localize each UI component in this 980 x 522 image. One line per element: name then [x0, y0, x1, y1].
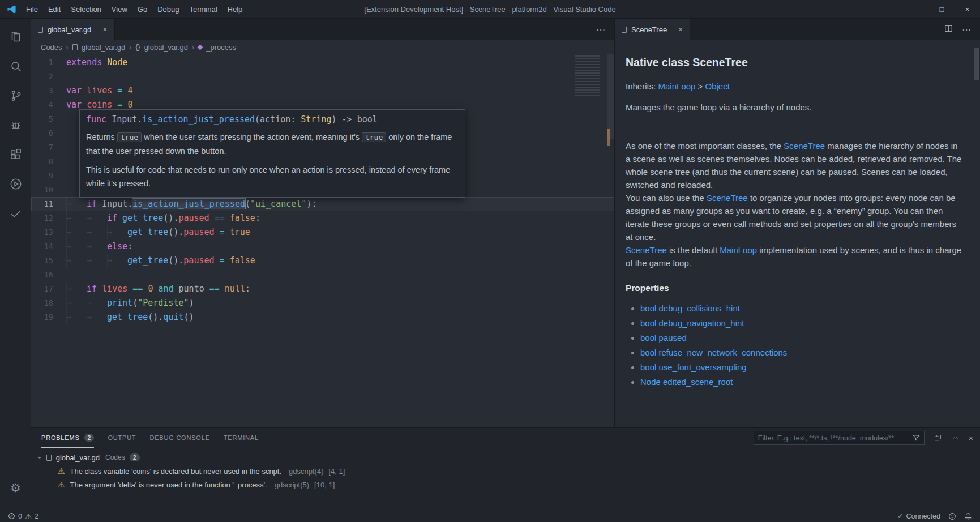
property-link[interactable]: bool paused: [640, 333, 687, 343]
property-link[interactable]: bool debug_navigation_hint: [640, 318, 744, 328]
breadcrumb-file[interactable]: global_var.gd: [82, 43, 125, 52]
menu-edit[interactable]: Edit: [43, 0, 66, 19]
panel-tab-terminal[interactable]: TERMINAL: [224, 428, 259, 448]
code-line-15[interactable]: 15→→→get_tree().paused = false: [31, 254, 614, 268]
code-line-12[interactable]: 12→→if get_tree().paused == false:: [31, 211, 614, 225]
code-token: false: [230, 255, 255, 266]
maximize-button[interactable]: □: [929, 0, 955, 18]
doc-title: Native class SceneTree: [626, 56, 964, 69]
line-content: →→if get_tree().paused == false:: [66, 211, 614, 225]
property-link[interactable]: bool use_font_oversampling: [640, 362, 747, 372]
search-icon[interactable]: [0, 52, 31, 81]
doc-link[interactable]: Object: [705, 82, 730, 91]
tests-check-icon[interactable]: [0, 199, 31, 228]
property-link[interactable]: bool refuse_new_network_connections: [640, 348, 787, 357]
more-actions-icon[interactable]: ⋯: [962, 24, 971, 35]
code-line-19[interactable]: 19→→get_tree().quit(): [31, 310, 614, 324]
line-number: 19: [31, 310, 66, 324]
code-line-2[interactable]: 2: [31, 70, 614, 84]
tab-scenetree[interactable]: SceneTree ×: [615, 19, 690, 40]
editor-scrollbar[interactable]: [607, 54, 614, 139]
doc-link[interactable]: MainLoop: [658, 82, 696, 91]
code-line-3[interactable]: 3var lives = 4: [31, 84, 614, 98]
menu-go[interactable]: Go: [132, 0, 152, 19]
play-circle-icon[interactable]: [0, 169, 31, 199]
doc-link[interactable]: MainLoop: [720, 245, 757, 255]
menu-terminal[interactable]: Terminal: [184, 0, 222, 19]
panel-tab-output[interactable]: OUTPUT: [108, 428, 136, 448]
settings-gear-icon[interactable]: ⚙: [0, 473, 31, 503]
feedback-smiley-icon[interactable]: [948, 512, 956, 520]
run-debug-icon[interactable]: [0, 110, 31, 140]
open-in-editor-icon[interactable]: [934, 434, 942, 442]
code-token: [97, 199, 102, 209]
more-actions-icon[interactable]: ⋯: [596, 24, 605, 35]
tab-global-var-gd[interactable]: global_var.gd ×: [31, 19, 115, 40]
doc-link[interactable]: SceneTree: [626, 245, 667, 255]
code-line-16[interactable]: 16: [31, 268, 614, 282]
breadcrumb-method[interactable]: _process: [206, 43, 236, 52]
problems-indicator[interactable]: 0 ⚠ 2: [8, 512, 38, 521]
code-token: quit: [163, 312, 183, 322]
code-line-11[interactable]: 11→if Input.is_action_just_pressed("ui_c…: [31, 197, 614, 211]
code-token: :: [311, 199, 316, 209]
code-token: paused: [183, 227, 214, 237]
code-token: 0: [127, 100, 132, 110]
doc-link[interactable]: SceneTree: [707, 193, 748, 203]
property-link[interactable]: bool debug_collisions_hint: [640, 303, 740, 313]
code-line-18[interactable]: 18→→print("Perdiste"): [31, 296, 614, 310]
bottom-panel: PROBLEMS2OUTPUTDEBUG CONSOLETERMINAL: [31, 427, 980, 510]
code-line-1[interactable]: 1extends Node: [31, 55, 614, 70]
explorer-icon[interactable]: [0, 22, 31, 52]
code-line-14[interactable]: 14→→else:: [31, 239, 614, 254]
panel-tab-debug-console[interactable]: DEBUG CONSOLE: [149, 428, 209, 448]
filter-input[interactable]: [758, 434, 909, 442]
docs-scrollbar[interactable]: [974, 48, 979, 80]
minimize-button[interactable]: –: [904, 0, 929, 18]
code-token: :: [127, 241, 132, 251]
menu-file[interactable]: File: [21, 0, 43, 19]
code-token: =: [117, 100, 122, 110]
code-line-17[interactable]: 17→if lives == 0 and punto == null:: [31, 282, 614, 296]
code-editor[interactable]: 1extends Node23var lives = 44var coins =…: [31, 54, 614, 427]
menu-selection[interactable]: Selection: [66, 0, 106, 19]
doc-link[interactable]: SceneTree: [784, 141, 825, 151]
extensions-icon[interactable]: [0, 140, 31, 169]
close-window-button[interactable]: ×: [955, 0, 980, 18]
menu-debug[interactable]: Debug: [152, 0, 184, 19]
problem-item[interactable]: ⚠ The argument 'delta' is never used in …: [31, 478, 980, 491]
close-panel-icon[interactable]: ×: [969, 434, 973, 443]
menubar: FileEditSelectionViewGoDebugTerminalHelp: [21, 0, 247, 19]
problems-file-group[interactable]: › global_var.gd Codes 2: [31, 451, 980, 464]
split-editor-icon[interactable]: [944, 24, 953, 35]
maximize-panel-icon[interactable]: [951, 434, 960, 442]
breadcrumb-folder[interactable]: Codes: [41, 43, 62, 52]
indent-tab-icon: →: [107, 254, 127, 268]
code-token: ().: [168, 255, 183, 266]
breadcrumb-class[interactable]: global_var.gd: [144, 43, 188, 52]
line-content: var lives = 4: [66, 84, 614, 98]
code-token: [225, 213, 230, 223]
panel-tab-problems[interactable]: PROBLEMS2: [41, 428, 94, 448]
minimap[interactable]: [575, 55, 600, 96]
source-control-icon[interactable]: [0, 81, 31, 110]
code-token: ==: [132, 284, 143, 294]
code-token: [112, 100, 117, 110]
connected-status[interactable]: ✓ Connected: [897, 512, 940, 520]
close-tab-icon[interactable]: ×: [678, 25, 683, 34]
problem-item[interactable]: ⚠ The class variable 'coins' is declared…: [31, 464, 980, 478]
property-item: bool use_font_oversampling: [640, 360, 964, 375]
line-number: 3: [31, 84, 66, 98]
menu-help[interactable]: Help: [222, 0, 248, 19]
chevron-down-icon[interactable]: ›: [36, 456, 45, 459]
property-link[interactable]: Node edited_scene_root: [640, 377, 733, 387]
notifications-bell-icon[interactable]: [964, 512, 972, 520]
line-number: 9: [31, 169, 66, 183]
code-token: if: [107, 213, 117, 223]
problem-source: gdscript(4): [289, 467, 323, 476]
menu-view[interactable]: View: [106, 0, 132, 19]
indent-tab-icon: →: [66, 225, 87, 239]
filter-funnel-icon[interactable]: [913, 434, 920, 442]
code-line-13[interactable]: 13→→→get_tree().paused = true: [31, 225, 614, 239]
close-tab-icon[interactable]: ×: [102, 25, 107, 34]
